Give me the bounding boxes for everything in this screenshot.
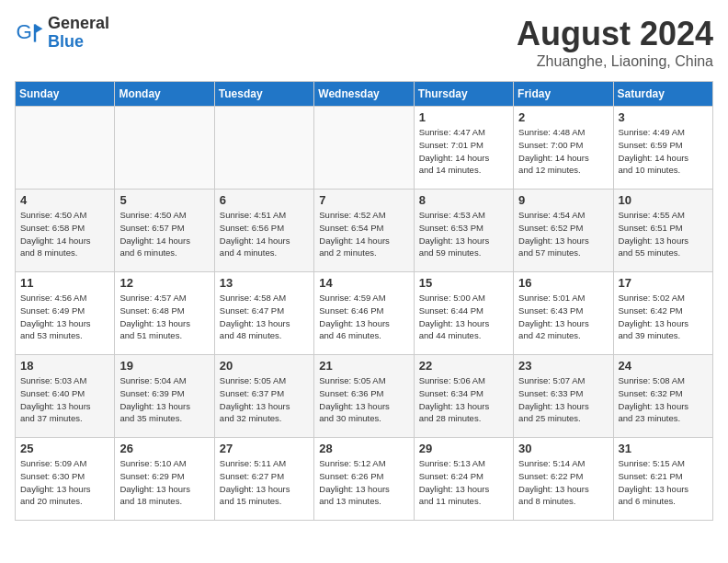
day-detail: Sunrise: 5:05 AM Sunset: 6:36 PM Dayligh… — [319, 374, 408, 425]
logo-text: General Blue — [48, 15, 109, 52]
calendar-week-4: 18Sunrise: 5:03 AM Sunset: 6:40 PM Dayli… — [16, 355, 713, 438]
day-detail: Sunrise: 4:48 AM Sunset: 7:00 PM Dayligh… — [518, 126, 608, 177]
calendar-cell: 27Sunrise: 5:11 AM Sunset: 6:27 PM Dayli… — [214, 438, 313, 521]
calendar-cell: 4Sunrise: 4:50 AM Sunset: 6:58 PM Daylig… — [16, 190, 115, 272]
calendar-cell: 17Sunrise: 5:02 AM Sunset: 6:42 PM Dayli… — [613, 272, 712, 355]
day-number: 21 — [319, 359, 408, 373]
day-number: 15 — [419, 276, 508, 290]
day-number: 2 — [518, 110, 608, 124]
day-number: 25 — [20, 442, 109, 455]
day-detail: Sunrise: 5:09 AM Sunset: 6:30 PM Dayligh… — [20, 457, 109, 508]
day-detail: Sunrise: 4:55 AM Sunset: 6:51 PM Dayligh… — [619, 209, 708, 259]
day-detail: Sunrise: 5:03 AM Sunset: 6:40 PM Dayligh… — [20, 374, 109, 425]
day-number: 31 — [619, 442, 708, 455]
calendar-cell: 22Sunrise: 5:06 AM Sunset: 6:34 PM Dayli… — [414, 355, 513, 438]
calendar-cell: 23Sunrise: 5:07 AM Sunset: 6:33 PM Dayli… — [514, 355, 613, 438]
calendar-cell — [16, 107, 115, 190]
day-detail: Sunrise: 5:00 AM Sunset: 6:44 PM Dayligh… — [419, 292, 508, 342]
calendar-cell — [214, 107, 313, 190]
header-day-saturday: Saturday — [613, 82, 712, 107]
logo-blue: Blue — [48, 33, 109, 52]
month-title: August 2024 — [517, 15, 713, 53]
day-detail: Sunrise: 4:52 AM Sunset: 6:54 PM Dayligh… — [319, 209, 408, 259]
day-number: 16 — [518, 276, 608, 290]
day-detail: Sunrise: 5:07 AM Sunset: 6:33 PM Dayligh… — [518, 374, 608, 425]
svg-marker-1 — [35, 24, 42, 33]
calendar-cell: 18Sunrise: 5:03 AM Sunset: 6:40 PM Dayli… — [16, 355, 115, 438]
day-detail: Sunrise: 5:15 AM Sunset: 6:21 PM Dayligh… — [619, 457, 708, 508]
day-number: 6 — [220, 193, 309, 207]
day-detail: Sunrise: 4:50 AM Sunset: 6:57 PM Dayligh… — [119, 209, 209, 259]
header-day-thursday: Thursday — [414, 82, 513, 107]
calendar-table: SundayMondayTuesdayWednesdayThursdayFrid… — [15, 81, 713, 521]
day-number: 19 — [119, 359, 209, 373]
svg-rect-2 — [34, 24, 36, 41]
day-number: 9 — [518, 193, 608, 207]
calendar-cell: 25Sunrise: 5:09 AM Sunset: 6:30 PM Dayli… — [16, 438, 115, 521]
day-number: 5 — [119, 193, 209, 207]
calendar-week-2: 4Sunrise: 4:50 AM Sunset: 6:58 PM Daylig… — [16, 190, 713, 272]
calendar-cell: 5Sunrise: 4:50 AM Sunset: 6:57 PM Daylig… — [115, 190, 214, 272]
location-subtitle: Zhuanghe, Liaoning, China — [517, 53, 713, 70]
calendar-cell: 31Sunrise: 5:15 AM Sunset: 6:21 PM Dayli… — [613, 438, 712, 521]
day-detail: Sunrise: 5:13 AM Sunset: 6:24 PM Dayligh… — [419, 457, 508, 508]
day-detail: Sunrise: 4:59 AM Sunset: 6:46 PM Dayligh… — [319, 292, 408, 342]
page-header: G General Blue August 2024 Zhuanghe, Lia… — [15, 15, 713, 70]
day-detail: Sunrise: 5:01 AM Sunset: 6:43 PM Dayligh… — [518, 292, 608, 342]
header-row: SundayMondayTuesdayWednesdayThursdayFrid… — [16, 82, 713, 107]
day-number: 30 — [518, 442, 608, 455]
day-detail: Sunrise: 4:54 AM Sunset: 6:52 PM Dayligh… — [518, 209, 608, 259]
day-number: 27 — [220, 442, 309, 455]
calendar-cell — [115, 107, 214, 190]
day-detail: Sunrise: 4:53 AM Sunset: 6:53 PM Dayligh… — [419, 209, 508, 259]
day-detail: Sunrise: 4:47 AM Sunset: 7:01 PM Dayligh… — [419, 126, 508, 177]
calendar-cell: 7Sunrise: 4:52 AM Sunset: 6:54 PM Daylig… — [314, 190, 414, 272]
calendar-cell: 3Sunrise: 4:49 AM Sunset: 6:59 PM Daylig… — [613, 107, 712, 190]
day-number: 1 — [419, 110, 508, 124]
calendar-week-5: 25Sunrise: 5:09 AM Sunset: 6:30 PM Dayli… — [16, 438, 713, 521]
calendar-cell: 29Sunrise: 5:13 AM Sunset: 6:24 PM Dayli… — [414, 438, 513, 521]
logo: G General Blue — [15, 15, 109, 52]
day-number: 20 — [220, 359, 309, 373]
day-detail: Sunrise: 5:11 AM Sunset: 6:27 PM Dayligh… — [220, 457, 309, 508]
day-number: 10 — [619, 193, 708, 207]
day-detail: Sunrise: 5:08 AM Sunset: 6:32 PM Dayligh… — [619, 374, 708, 425]
calendar-cell: 1Sunrise: 4:47 AM Sunset: 7:01 PM Daylig… — [414, 107, 513, 190]
calendar-cell: 2Sunrise: 4:48 AM Sunset: 7:00 PM Daylig… — [514, 107, 613, 190]
calendar-body: 1Sunrise: 4:47 AM Sunset: 7:01 PM Daylig… — [16, 107, 713, 521]
day-detail: Sunrise: 5:10 AM Sunset: 6:29 PM Dayligh… — [119, 457, 209, 508]
day-detail: Sunrise: 4:58 AM Sunset: 6:47 PM Dayligh… — [220, 292, 309, 342]
day-number: 8 — [419, 193, 508, 207]
calendar-week-3: 11Sunrise: 4:56 AM Sunset: 6:49 PM Dayli… — [16, 272, 713, 355]
calendar-cell: 13Sunrise: 4:58 AM Sunset: 6:47 PM Dayli… — [214, 272, 313, 355]
header-day-monday: Monday — [115, 82, 214, 107]
day-detail: Sunrise: 4:49 AM Sunset: 6:59 PM Dayligh… — [619, 126, 708, 177]
calendar-cell: 8Sunrise: 4:53 AM Sunset: 6:53 PM Daylig… — [414, 190, 513, 272]
day-number: 26 — [119, 442, 209, 455]
header-day-tuesday: Tuesday — [214, 82, 313, 107]
calendar-cell: 14Sunrise: 4:59 AM Sunset: 6:46 PM Dayli… — [314, 272, 414, 355]
header-day-friday: Friday — [514, 82, 613, 107]
day-detail: Sunrise: 5:14 AM Sunset: 6:22 PM Dayligh… — [518, 457, 608, 508]
day-number: 13 — [220, 276, 309, 290]
calendar-week-1: 1Sunrise: 4:47 AM Sunset: 7:01 PM Daylig… — [16, 107, 713, 190]
day-number: 24 — [619, 359, 708, 373]
calendar-cell: 21Sunrise: 5:05 AM Sunset: 6:36 PM Dayli… — [314, 355, 414, 438]
header-day-wednesday: Wednesday — [314, 82, 414, 107]
calendar-cell: 24Sunrise: 5:08 AM Sunset: 6:32 PM Dayli… — [613, 355, 712, 438]
logo-icon: G — [15, 18, 44, 48]
calendar-cell — [314, 107, 414, 190]
svg-text:G: G — [17, 20, 32, 43]
calendar-cell: 28Sunrise: 5:12 AM Sunset: 6:26 PM Dayli… — [314, 438, 414, 521]
day-number: 18 — [20, 359, 109, 373]
calendar-cell: 6Sunrise: 4:51 AM Sunset: 6:56 PM Daylig… — [214, 190, 313, 272]
day-number: 17 — [619, 276, 708, 290]
calendar-cell: 10Sunrise: 4:55 AM Sunset: 6:51 PM Dayli… — [613, 190, 712, 272]
day-number: 22 — [419, 359, 508, 373]
day-number: 23 — [518, 359, 608, 373]
day-detail: Sunrise: 5:06 AM Sunset: 6:34 PM Dayligh… — [419, 374, 508, 425]
day-number: 14 — [319, 276, 408, 290]
calendar-cell: 9Sunrise: 4:54 AM Sunset: 6:52 PM Daylig… — [514, 190, 613, 272]
day-number: 28 — [319, 442, 408, 455]
logo-general: General — [48, 15, 109, 33]
